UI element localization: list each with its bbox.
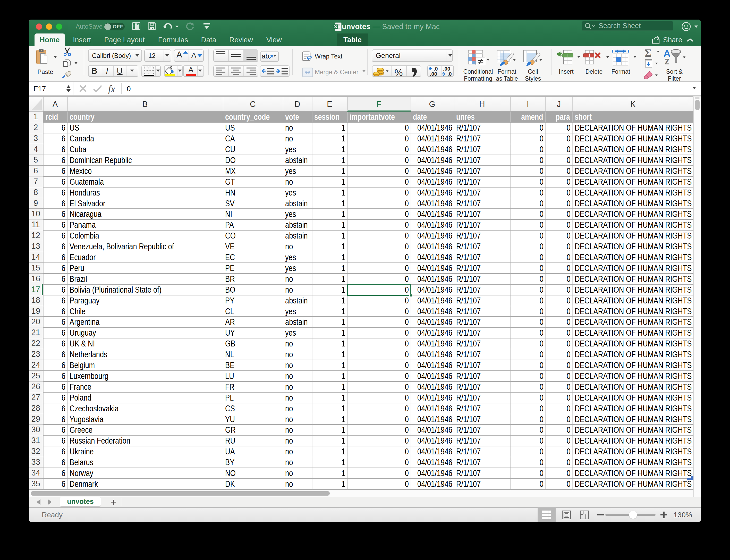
svg-text:.00: .00 <box>430 71 437 76</box>
svg-text:fx: fx <box>108 84 115 94</box>
svg-text:ab: ab <box>262 52 269 60</box>
svg-text:Z: Z <box>665 57 669 65</box>
